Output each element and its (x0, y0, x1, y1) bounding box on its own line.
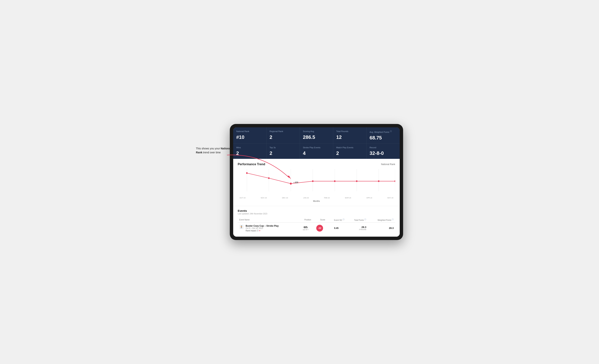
events-table: Event Name Position Score Event SG ⓘ Tot… (238, 217, 395, 233)
stat-match-play-label: Match Play Events (336, 146, 363, 149)
event-score-cell: -22 (313, 222, 327, 234)
col-event-sg: Event SG ⓘ (327, 217, 346, 222)
rank-impact: Rank Impact: 3 ▼ (246, 230, 279, 232)
chart-point-mar24 (356, 180, 358, 182)
stat-total-rounds-value: 12 (336, 134, 363, 140)
total-points-info-icon: ⓘ (364, 218, 366, 221)
stat-stroke-play-label: Stroke Play Events (303, 146, 330, 149)
stat-national-rank: National Rank #10 (233, 127, 266, 143)
weighted-points-value: 28.3 (369, 227, 394, 230)
total-points-main: 28.3 (348, 226, 366, 229)
stat-regional-rank: Regional Rank 2 (266, 127, 300, 143)
event-type-icon: 🏌 (239, 225, 244, 229)
events-last-updated: Last updated: 24th November 2023 (238, 213, 395, 215)
event-name-cell: 🏌 Buster Cozy Cup – Stroke Play Oct 9 – … (238, 222, 299, 234)
event-weighted-points-cell: 28.3 (368, 222, 395, 234)
performance-title: Performance Trend (238, 163, 265, 166)
sg-value: 0.45 (328, 227, 344, 230)
event-name-wrapper: 🏌 Buster Cozy Cup – Stroke Play Oct 9 – … (239, 225, 297, 232)
stat-stroke-play-value: 4 (303, 150, 330, 156)
x-label-mar24: MAR 24 (345, 197, 351, 199)
total-rounds: 3 Rounds (348, 229, 366, 231)
stat-stroke-play: Stroke Play Events 4 (300, 143, 333, 159)
chart-point-nov23 (268, 178, 270, 179)
stat-top3s: Top 3s 2 (266, 143, 300, 159)
events-title: Events (238, 209, 395, 212)
stat-record: Record 32-8-0 (367, 143, 400, 159)
stat-match-play: Match Play Events 2 (333, 143, 366, 159)
info-icon: ⓘ (390, 130, 392, 132)
col-score: Score (313, 217, 327, 222)
stat-scoring-avg: Scoring Avg. 286.5 (300, 127, 333, 143)
screen-content: National Rank #10 Regional Rank 2 Scorin… (233, 127, 400, 237)
chart-point-apr24 (378, 180, 379, 182)
stat-wins: Wins 2 (233, 143, 266, 159)
stat-avg-weighted-value: 68.75 (370, 135, 397, 141)
event-date: Oct 9 – Oct 10, 2023 (246, 227, 279, 229)
chart-point-jan24 (312, 180, 314, 182)
chart-svg: • #10 (238, 169, 395, 195)
event-name: Buster Cozy Cup – Stroke Play (246, 225, 279, 227)
x-label-feb24: FEB 24 (324, 197, 330, 199)
event-position-cell: 6th out of 7 (299, 222, 312, 234)
stat-top3s-label: Top 3s (270, 146, 297, 149)
stats-grid-row1: National Rank #10 Regional Rank 2 Scorin… (233, 127, 400, 143)
x-label-may24: MAY 24 (388, 197, 393, 199)
event-sg-cell: 0.45 (327, 222, 346, 234)
col-event-name: Event Name (238, 217, 299, 222)
performance-section: Performance Trend National Rank (233, 159, 400, 206)
rank-annotation: • #10 (293, 181, 298, 184)
stats-grid-row2: Wins 2 Top 3s 2 Stroke Play Events 4 Mat… (233, 143, 400, 159)
col-total-points: Total Points ⓘ (346, 217, 368, 222)
x-label-apr24: APR 24 (366, 197, 372, 199)
total-points-display: 28.3 3 Rounds (348, 226, 366, 231)
events-table-header: Event Name Position Score Event SG ⓘ Tot… (238, 217, 395, 222)
performance-header: Performance Trend National Rank (238, 163, 395, 166)
chart-container: • #10 (238, 169, 395, 195)
stat-total-rounds: Total Rounds 12 (333, 127, 366, 143)
x-label-dec23: DEC 23 (282, 197, 288, 199)
event-total-points-cell: 28.3 3 Rounds (346, 222, 368, 234)
chart-point-oct23 (246, 172, 248, 174)
events-section: Events Last updated: 24th November 2023 … (233, 206, 400, 236)
score-badge: -22 (316, 225, 323, 231)
chart-point-feb24 (334, 180, 335, 182)
chart-x-labels: OCT 23 NOV 23 DEC 23 JAN 24 FEB 24 MAR 2… (238, 197, 395, 199)
stat-scoring-avg-label: Scoring Avg. (303, 130, 330, 133)
tablet-frame: National Rank #10 Regional Rank 2 Scorin… (230, 124, 403, 240)
stat-avg-weighted: Avg. Weighted Points ⓘ 68.75 (367, 127, 400, 143)
position-main: 6th (300, 226, 311, 229)
event-info: Buster Cozy Cup – Stroke Play Oct 9 – Oc… (246, 225, 279, 232)
tablet-screen: National Rank #10 Regional Rank 2 Scorin… (233, 127, 400, 237)
col-position: Position (299, 217, 312, 222)
stat-national-rank-value: #10 (236, 134, 263, 140)
page-wrapper: This shows you your National Rank trend … (196, 124, 403, 240)
col-weighted-points: Weighted Points ⓘ (368, 217, 395, 222)
stat-national-rank-label: National Rank (236, 130, 263, 133)
table-row: 🏌 Buster Cozy Cup – Stroke Play Oct 9 – … (238, 222, 395, 234)
stat-avg-weighted-label: Avg. Weighted Points ⓘ (370, 130, 397, 133)
stat-scoring-avg-value: 286.5 (303, 134, 330, 140)
stat-total-rounds-label: Total Rounds (336, 130, 363, 133)
stat-wins-value: 2 (236, 150, 263, 156)
stat-match-play-value: 2 (336, 150, 363, 156)
x-label-jan24: JAN 24 (303, 197, 309, 199)
x-label-nov23: NOV 23 (261, 197, 267, 199)
weighted-points-info-icon: ⓘ (392, 218, 394, 221)
performance-label: National Rank (381, 163, 395, 166)
stat-record-label: Record (370, 146, 397, 149)
chart-point-dec23 (290, 183, 292, 185)
chart-x-axis-label: Months (238, 200, 395, 202)
position-sub: out of 7 (300, 229, 311, 231)
stat-top3s-value: 2 (270, 150, 297, 156)
x-label-oct23: OCT 23 (240, 197, 246, 199)
stat-wins-label: Wins (236, 146, 263, 149)
position-display: 6th out of 7 (300, 226, 311, 231)
chart-point-may24 (395, 180, 395, 182)
stat-regional-rank-label: Regional Rank (270, 130, 297, 133)
annotation-text: This shows you your National Rank trend … (196, 147, 234, 154)
rank-impact-arrow: ▼ (259, 230, 261, 232)
event-sg-info-icon: ⓘ (343, 218, 344, 221)
stat-record-value: 32-8-0 (370, 150, 397, 156)
stat-regional-rank-value: 2 (270, 134, 297, 140)
